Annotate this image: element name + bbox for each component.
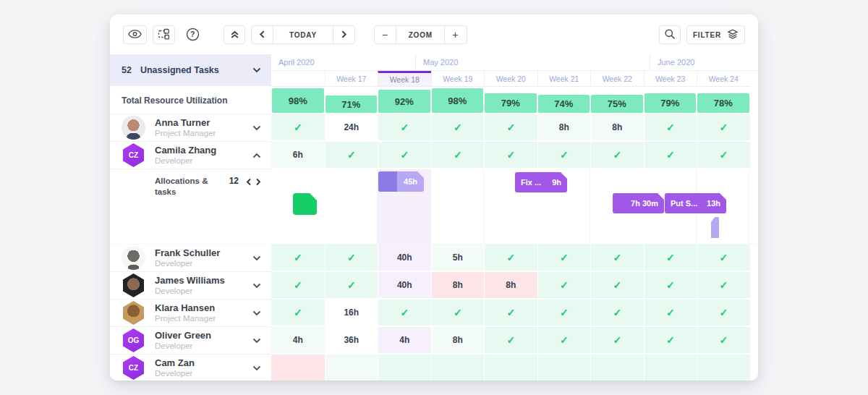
chevron-down-icon[interactable] [252,310,261,316]
allocation-cell[interactable]: ✓ [537,327,591,353]
allocations-canvas[interactable]: 45hFix ...9h7h 30mPut S...13h [271,169,758,245]
visibility-button[interactable] [123,25,147,44]
allocation-cell[interactable]: ✓ [697,300,750,326]
unassigned-tasks-header[interactable]: 52 Unassigned Tasks [110,54,271,86]
week-header[interactable]: Week 24 [697,71,750,87]
allocation-cell[interactable]: ✓ [271,114,325,140]
week-header[interactable]: Week 22 [590,71,644,87]
week-header-current[interactable]: Week 18 [378,71,431,87]
allocation-cell[interactable] [644,354,697,381]
allocation-cell[interactable]: ✓ [271,245,325,271]
allocations-next-icon[interactable] [255,176,261,189]
allocation-cell[interactable] [325,354,378,381]
week-header[interactable]: Week 23 [644,71,697,87]
allocation-cell[interactable]: 40h [378,245,431,271]
allocation-cell[interactable]: ✓ [537,245,591,271]
task-bar-green[interactable] [293,193,317,215]
allocation-cell[interactable]: ✓ [644,245,697,271]
allocation-cell[interactable]: 8h [431,327,485,353]
allocation-cell[interactable]: 8h [590,114,644,140]
week-header[interactable] [271,71,325,87]
allocation-cell[interactable]: ✓ [644,114,697,140]
allocation-cell[interactable]: ✓ [590,300,644,326]
allocation-cell[interactable]: ✓ [590,142,644,168]
allocation-cell[interactable]: ✓ [431,114,485,140]
zoom-in-button[interactable]: + [444,26,466,43]
allocation-cell[interactable]: 24h [325,114,378,140]
allocation-cell[interactable]: ✓ [644,142,697,168]
allocation-cell[interactable]: ✓ [537,300,591,326]
allocation-cell[interactable]: ✓ [431,142,485,168]
zoom-out-button[interactable]: − [375,26,396,43]
allocation-cell[interactable]: 6h [271,142,325,168]
allocation-cell[interactable]: ✓ [271,272,325,298]
allocation-cell[interactable]: ✓ [271,300,325,326]
allocation-cell[interactable]: 8h [431,272,485,298]
allocation-cell[interactable] [271,354,325,381]
chevron-down-icon[interactable] [252,67,261,73]
allocation-cell[interactable]: ✓ [537,272,591,298]
allocation-cell[interactable] [590,354,644,381]
allocation-cell[interactable]: ✓ [590,272,644,298]
allocation-cell[interactable]: ✓ [590,327,644,353]
chevron-up-icon[interactable] [252,153,261,158]
allocation-cell[interactable]: ✓ [325,272,378,298]
allocation-cell[interactable]: ✓ [325,142,378,168]
allocation-cell[interactable]: ✓ [484,327,537,353]
allocation-cell[interactable]: ✓ [378,114,431,140]
search-button[interactable] [659,25,681,44]
allocation-cell[interactable]: 40h [378,272,431,298]
chevron-down-icon[interactable] [252,283,261,289]
member-side-cam-zan[interactable]: CZCam ZanDeveloper [110,354,271,381]
member-side-frank-schuller[interactable]: Frank SchullerDeveloper [110,245,271,272]
week-header[interactable]: Week 19 [431,71,485,87]
member-side-camila-zhang[interactable]: CZCamila ZhangDeveloper [110,142,271,169]
allocation-cell[interactable]: ✓ [484,142,537,168]
week-header[interactable]: Week 17 [325,71,378,87]
allocation-bar[interactable]: Put S...13h [665,193,726,213]
allocation-cell[interactable]: ✓ [697,142,750,168]
allocation-cell[interactable]: ✓ [644,300,697,326]
task-bar-sliver[interactable] [711,217,719,238]
member-side-anna-turner[interactable]: Anna TurnerProject Manager [110,114,271,142]
allocation-bar[interactable]: Fix ...9h [515,172,567,192]
allocation-cell[interactable]: 16h [325,300,378,326]
allocations-prev-icon[interactable] [246,176,252,189]
allocation-cell[interactable]: ✓ [378,300,431,326]
help-button[interactable]: ? [181,25,205,44]
member-side-klara-hansen[interactable]: Klara HansenProject Manager [110,300,271,327]
prev-button[interactable] [252,26,273,43]
allocation-cell[interactable] [537,354,591,381]
allocation-bar[interactable]: 7h 30m [613,193,664,213]
allocation-cell[interactable]: ✓ [431,300,485,326]
allocation-cell[interactable]: ✓ [697,272,750,298]
allocation-cell[interactable]: 8h [537,114,591,140]
allocation-cell[interactable]: ✓ [697,114,750,140]
allocation-cell[interactable]: ✓ [484,300,537,326]
chevron-down-icon[interactable] [252,365,261,371]
member-side-james-williams[interactable]: James WilliamsDeveloper [110,272,271,300]
chevron-down-icon[interactable] [252,255,261,261]
allocation-cell[interactable]: ✓ [697,327,750,353]
allocation-cell[interactable] [378,354,431,381]
chevron-down-icon[interactable] [252,125,261,131]
next-button[interactable] [333,26,354,43]
allocation-cell[interactable]: ✓ [697,245,750,271]
week-header[interactable]: Week 20 [484,71,537,87]
allocation-cell[interactable]: ✓ [590,245,644,271]
allocation-cell[interactable] [697,354,750,381]
collapse-all-button[interactable] [224,25,245,44]
allocation-cell[interactable]: ✓ [537,142,591,168]
allocation-cell[interactable]: ✓ [484,245,537,271]
allocation-bar[interactable]: 45h [378,171,424,192]
allocation-cell[interactable]: 36h [325,327,378,353]
member-side-oliver-green[interactable]: OGOliver GreenDeveloper [110,327,271,354]
allocation-cell[interactable]: ✓ [484,114,537,140]
filter-button[interactable]: FILTER [686,25,745,44]
today-button[interactable]: TODAY [273,26,333,43]
allocation-cell[interactable]: ✓ [378,142,431,168]
allocation-cell[interactable]: ✓ [325,245,378,271]
allocation-cell[interactable]: 4h [271,327,325,353]
allocation-cell[interactable] [484,354,537,381]
allocation-cell[interactable]: 5h [431,245,485,271]
